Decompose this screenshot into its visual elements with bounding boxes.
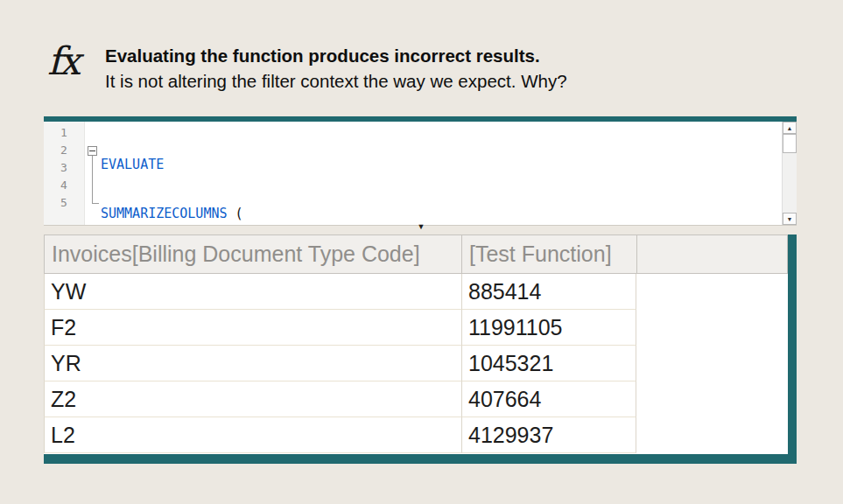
line-number: 5 bbox=[44, 194, 84, 212]
value-cell: 407664 bbox=[461, 382, 636, 417]
scroll-up-icon[interactable]: ▲ bbox=[783, 122, 797, 134]
fx-icon: fx bbox=[47, 38, 78, 83]
code-fold-margin bbox=[85, 122, 101, 225]
billing-code-cell: L2 bbox=[44, 417, 461, 453]
row-spacer bbox=[636, 346, 788, 382]
column-header-test-function: [Test Function] bbox=[461, 234, 636, 274]
results-table: Invoices[Billing Document Type Code] [Te… bbox=[44, 234, 788, 454]
table-row: YR 1045321 bbox=[44, 346, 788, 382]
results-horizontal-scrollbar[interactable] bbox=[44, 454, 797, 464]
row-spacer bbox=[636, 274, 788, 310]
value-cell: 1045321 bbox=[461, 346, 636, 382]
dax-keyword: SUMMARIZECOLUMNS bbox=[101, 206, 228, 221]
value-cell: 4129937 bbox=[461, 417, 636, 453]
column-header-billing-code: Invoices[Billing Document Type Code] bbox=[44, 234, 461, 274]
dax-keyword: EVALUATE bbox=[101, 157, 164, 172]
results-vertical-scrollbar[interactable] bbox=[788, 234, 797, 464]
editor-vertical-scrollbar[interactable]: ▲ ▼ bbox=[782, 122, 797, 225]
billing-code-cell: Z2 bbox=[44, 382, 461, 417]
code-line: EVALUATE bbox=[101, 156, 782, 173]
fold-guide-corner bbox=[92, 203, 99, 204]
value-cell: 11991105 bbox=[461, 310, 636, 346]
table-row: L2 4129937 bbox=[44, 417, 788, 453]
fold-collapse-icon[interactable] bbox=[88, 146, 97, 156]
scrollbar-thumb[interactable] bbox=[783, 134, 797, 153]
code-text: ( bbox=[228, 206, 243, 221]
line-number: 2 bbox=[44, 142, 84, 159]
line-number: 3 bbox=[44, 159, 84, 177]
value-cell: 885414 bbox=[461, 274, 636, 310]
table-row: YW 885414 bbox=[44, 274, 788, 310]
scroll-down-icon[interactable]: ▼ bbox=[783, 213, 797, 225]
page-title: Evaluating the function produces incorre… bbox=[105, 46, 540, 66]
dax-code-editor[interactable]: 1 2 3 4 5 EVALUATE SUMMARIZECOLUMNS ( 'I… bbox=[44, 116, 797, 226]
page-subtitle: It is not altering the filter context th… bbox=[105, 71, 567, 92]
pane-splitter-handle[interactable]: ▼ bbox=[413, 221, 429, 232]
splitter-collapse-icon: ▼ bbox=[418, 222, 425, 231]
results-grid: Invoices[Billing Document Type Code] [Te… bbox=[44, 234, 797, 464]
fold-guide-line bbox=[92, 156, 93, 203]
table-row: Z2 407664 bbox=[44, 382, 788, 417]
row-spacer bbox=[636, 310, 788, 346]
table-row: F2 11991105 bbox=[44, 310, 788, 346]
billing-code-cell: YW bbox=[44, 274, 461, 310]
column-header-empty bbox=[636, 234, 788, 274]
editor-body[interactable]: 1 2 3 4 5 EVALUATE SUMMARIZECOLUMNS ( 'I… bbox=[44, 122, 782, 225]
code-text-area[interactable]: EVALUATE SUMMARIZECOLUMNS ( 'Invoices'[B… bbox=[101, 122, 782, 225]
billing-code-cell: F2 bbox=[44, 310, 461, 346]
line-number-gutter: 1 2 3 4 5 bbox=[44, 122, 85, 225]
line-number: 1 bbox=[44, 124, 84, 142]
table-header-row: Invoices[Billing Document Type Code] [Te… bbox=[44, 234, 788, 274]
line-number: 4 bbox=[44, 177, 84, 194]
code-line: SUMMARIZECOLUMNS ( bbox=[101, 205, 782, 222]
billing-code-cell: YR bbox=[44, 346, 461, 382]
row-spacer bbox=[636, 417, 788, 453]
row-spacer bbox=[636, 382, 788, 417]
